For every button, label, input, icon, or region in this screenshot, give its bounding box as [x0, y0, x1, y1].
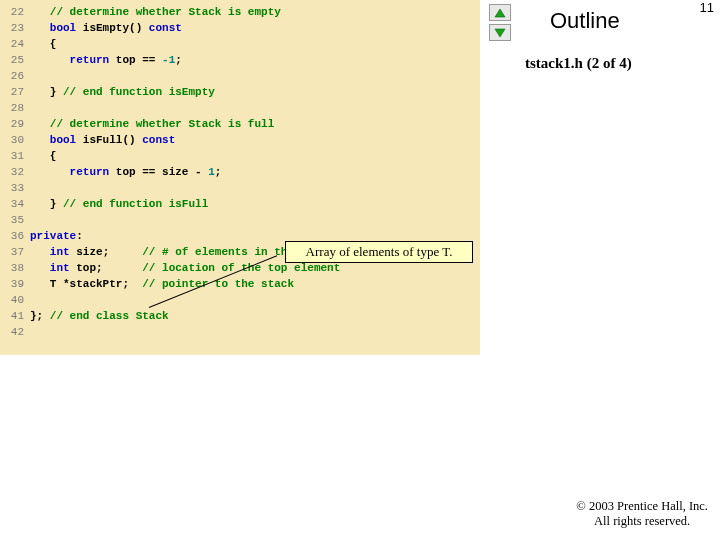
code-text: [30, 100, 480, 116]
svg-marker-0: [495, 9, 505, 17]
code-line: 26: [0, 68, 480, 84]
copyright-line2: All rights reserved.: [576, 514, 708, 530]
line-number: 39: [0, 276, 30, 292]
svg-marker-1: [495, 29, 505, 37]
code-text: bool isFull() const: [30, 132, 480, 148]
code-line: 33: [0, 180, 480, 196]
line-number: 33: [0, 180, 30, 196]
code-line: 28: [0, 100, 480, 116]
page-number: 11: [700, 0, 714, 15]
line-number: 38: [0, 260, 30, 276]
code-text: [30, 292, 480, 308]
code-text: return top == size - 1;: [30, 164, 480, 180]
line-number: 32: [0, 164, 30, 180]
code-line: 41}; // end class Stack: [0, 308, 480, 324]
line-number: 22: [0, 4, 30, 20]
code-text: return top == -1;: [30, 52, 480, 68]
code-line: 32 return top == size - 1;: [0, 164, 480, 180]
line-number: 24: [0, 36, 30, 52]
code-text: bool isEmpty() const: [30, 20, 480, 36]
chevron-down-icon: [494, 28, 506, 38]
line-number: 23: [0, 20, 30, 36]
code-line: 24 {: [0, 36, 480, 52]
file-label: tstack1.h (2 of 4): [525, 55, 632, 72]
code-text: {: [30, 148, 480, 164]
nav-up-button[interactable]: [489, 4, 511, 21]
line-number: 26: [0, 68, 30, 84]
nav-buttons: [489, 4, 511, 41]
line-number: 36: [0, 228, 30, 244]
code-text: // determine whether Stack is full: [30, 116, 480, 132]
code-line: 35: [0, 212, 480, 228]
code-text: }; // end class Stack: [30, 308, 480, 324]
code-line: 39 T *stackPtr; // pointer to the stack: [0, 276, 480, 292]
line-number: 31: [0, 148, 30, 164]
line-number: 28: [0, 100, 30, 116]
code-line: 29 // determine whether Stack is full: [0, 116, 480, 132]
outline-heading: Outline: [550, 8, 620, 34]
code-text: [30, 68, 480, 84]
line-number: 30: [0, 132, 30, 148]
line-number: 34: [0, 196, 30, 212]
line-number: 42: [0, 324, 30, 340]
line-number: 35: [0, 212, 30, 228]
nav-down-button[interactable]: [489, 24, 511, 41]
callout-text: Array of elements of type T.: [306, 244, 453, 260]
copyright-line1: © 2003 Prentice Hall, Inc.: [576, 499, 708, 515]
code-line: 22 // determine whether Stack is empty: [0, 4, 480, 20]
code-text: {: [30, 36, 480, 52]
code-line: 27 } // end function isEmpty: [0, 84, 480, 100]
chevron-up-icon: [494, 8, 506, 18]
line-number: 25: [0, 52, 30, 68]
code-text: [30, 180, 480, 196]
code-text: [30, 212, 480, 228]
code-text: // determine whether Stack is empty: [30, 4, 480, 20]
code-line: 30 bool isFull() const: [0, 132, 480, 148]
code-line: 40: [0, 292, 480, 308]
line-number: 40: [0, 292, 30, 308]
line-number: 41: [0, 308, 30, 324]
callout-box: Array of elements of type T.: [285, 241, 473, 263]
code-text: } // end function isFull: [30, 196, 480, 212]
code-line: 42: [0, 324, 480, 340]
code-line: 34 } // end function isFull: [0, 196, 480, 212]
line-number: 27: [0, 84, 30, 100]
code-line: 25 return top == -1;: [0, 52, 480, 68]
code-line: 23 bool isEmpty() const: [0, 20, 480, 36]
code-text: [30, 324, 480, 340]
copyright: © 2003 Prentice Hall, Inc. All rights re…: [576, 499, 708, 530]
code-line: 31 {: [0, 148, 480, 164]
code-panel: 22 // determine whether Stack is empty23…: [0, 0, 480, 355]
line-number: 37: [0, 244, 30, 260]
code-text: } // end function isEmpty: [30, 84, 480, 100]
code-text: T *stackPtr; // pointer to the stack: [30, 276, 480, 292]
line-number: 29: [0, 116, 30, 132]
